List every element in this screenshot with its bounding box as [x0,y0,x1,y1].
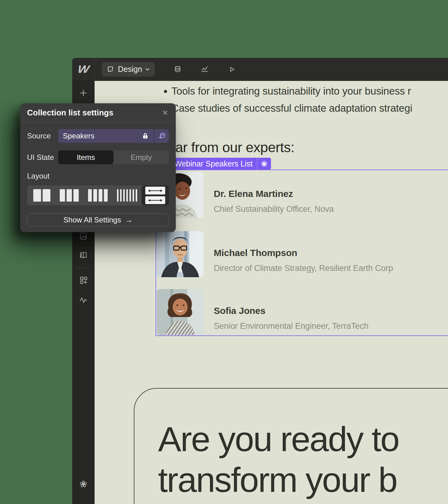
cms-database-icon [174,65,182,73]
bullet-item[interactable]: Tools for integrating sustainability int… [164,85,411,97]
layout-4-columns-option[interactable] [88,189,108,202]
speaker-photo-michael[interactable] [157,231,203,277]
panel-title: Collection list settings [27,108,113,118]
design-cursor-icon [107,65,115,73]
sidebar-divider [77,268,90,268]
speaker-name[interactable]: Sofia Jones [214,306,368,316]
bullet-text[interactable]: Tools for integrating sustainability int… [171,85,411,97]
bullet-text[interactable]: Case studies of successful climate adapt… [171,102,412,114]
lock-icon [142,132,149,140]
plus-icon [79,89,88,97]
ui-state-toggle: Items Empty [58,150,169,164]
layout-6-columns-option[interactable] [117,189,137,202]
speaker-name[interactable]: Dr. Elena Martinez [214,189,334,199]
database-arrow-icon [158,132,166,140]
layout-options [27,185,169,205]
layout-label: Layout [27,172,169,180]
collection-list-settings-panel: Collection list settings Source Speakers [20,103,176,232]
webflow-logo[interactable]: W [72,58,95,81]
show-all-settings-label: Show All Settings [63,216,121,224]
show-all-settings-button[interactable]: Show All Settings → [27,213,169,226]
ai-assistant-button[interactable]: ❀ [79,480,88,488]
layout-flexible-option-selected[interactable] [142,185,169,205]
cta-line-2[interactable]: transform your b [158,460,399,500]
flex-row-icon [145,187,165,194]
analytics-button[interactable] [201,65,209,73]
preview-button[interactable] [228,65,236,73]
components-grid-plus-icon [79,276,88,284]
image-icon [79,232,88,240]
add-elements-button[interactable] [79,89,88,97]
close-icon [162,109,169,116]
speaker-name[interactable]: Michael Thompson [214,248,393,258]
assets-button[interactable] [79,232,88,240]
cta-heading[interactable]: Are you ready to transform your b [158,419,399,500]
collection-label-text[interactable]: Webinar Speakers List [170,158,257,170]
cta-line-1[interactable]: Are you ready to [158,419,399,460]
open-collection-button[interactable] [154,129,169,143]
pages-button[interactable] [79,251,88,259]
source-label: Source [27,132,58,140]
design-label: Design [118,65,142,74]
source-value: Speakers [63,132,94,140]
design-mode-button[interactable]: Design [102,62,155,77]
open-book-icon [79,251,88,259]
bullet-item[interactable]: Case studies of successful climate adapt… [164,102,412,114]
ui-state-label: UI State [27,153,58,162]
layout-3-columns-option[interactable] [60,189,79,202]
pulse-icon [79,296,88,305]
interactions-button[interactable] [79,296,88,305]
arrow-right-icon: → [125,216,133,224]
top-toolbar: W Design [72,58,448,81]
element-settings-icon[interactable]: ❀ [257,158,271,170]
ui-state-items-option[interactable]: Items [58,150,114,164]
collection-element-label[interactable]: Webinar Speakers List ❀ [170,158,271,170]
speaker-item[interactable]: Sofia Jones Senior Environmental Enginee… [157,289,444,335]
speaker-title[interactable]: Director of Climate Strategy, Resilient … [214,264,393,273]
cms-button[interactable] [174,65,182,73]
close-button[interactable] [161,109,169,116]
collection-list-selection[interactable]: Dr. Elena Martinez Chief Sustainability … [156,170,448,336]
speaker-title[interactable]: Senior Environmental Engineer, TerraTech [214,321,368,331]
ui-state-empty-option[interactable]: Empty [114,150,169,164]
play-icon [228,65,236,73]
source-field[interactable]: Speakers [58,129,169,143]
bullet-dot [164,90,167,93]
speaker-item[interactable]: Dr. Elena Martinez Chief Sustainability … [157,172,444,218]
speaker-photo-sofia[interactable] [157,289,203,335]
layout-2-columns-option[interactable] [33,189,50,202]
components-button[interactable] [79,276,88,284]
experts-heading[interactable]: Hear from our experts: [158,139,294,156]
chevron-down-icon [145,68,150,71]
speaker-title[interactable]: Chief Sustainability Officer, Nova [214,204,334,214]
analytics-chart-icon [201,65,209,73]
speaker-item[interactable]: Michael Thompson Director of Climate Str… [157,231,444,277]
flex-row-icon [145,196,165,204]
flower-icon: ❀ [79,480,88,488]
